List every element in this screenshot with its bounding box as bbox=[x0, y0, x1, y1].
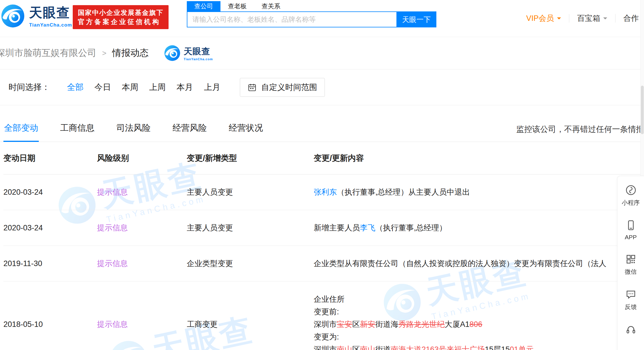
risk-level-badge: 提示信息 bbox=[97, 320, 128, 329]
search-area: 查公司查老板查关系 天眼一下 bbox=[187, 1, 436, 27]
official-credit-badge: 国家中小企业发展基金旗下 官方备案企业征信机构 bbox=[73, 5, 169, 29]
content-segment: 深圳市 bbox=[314, 320, 337, 329]
page: 天眼查 TianYanCha.com 国家中小企业发展基金旗下 官方备案企业征信… bbox=[0, 0, 644, 350]
row-change-content: 企业住所变更前:深圳市宝安区新安街道海秀路龙光世纪大厦A1806变更为:深圳市南… bbox=[314, 293, 644, 350]
content-line: 企业住所 bbox=[314, 293, 644, 305]
content-segment: 街道 bbox=[375, 345, 391, 350]
table-header: 变动日期风险级别变更/新增类型变更/更新内容 bbox=[3, 142, 644, 174]
time-option-5[interactable]: 上月 bbox=[204, 82, 220, 93]
scrollbar-thumb[interactable] bbox=[641, 86, 644, 134]
content-segment: 变更为: bbox=[314, 333, 339, 341]
table-body: 2020-03-24提示信息主要人员变更张利东（执行董事,总经理）从主要人员中退… bbox=[3, 174, 644, 350]
search-tab-1[interactable]: 查老板 bbox=[220, 1, 254, 11]
column-header-3: 变更/新增类型 bbox=[187, 153, 314, 164]
content-segment: 南山 bbox=[337, 345, 352, 350]
content-segment: 806 bbox=[469, 320, 482, 329]
search-input[interactable] bbox=[187, 11, 396, 27]
row-change-type: 主要人员变更 bbox=[187, 187, 314, 197]
time-filter-label: 时间选择： bbox=[9, 82, 50, 93]
side-tool-APP[interactable]: APP bbox=[617, 213, 644, 247]
badge-line2: 官方备案企业征信机构 bbox=[78, 17, 163, 26]
calendar-icon bbox=[248, 83, 257, 92]
row-risk-cell: 提示信息 bbox=[97, 187, 187, 197]
row-date: 2020-03-24 bbox=[3, 224, 97, 232]
tianyancha-logo-icon bbox=[164, 45, 180, 61]
time-option-4[interactable]: 本月 bbox=[177, 82, 193, 93]
badge-line1: 国家中小企业发展基金旗下 bbox=[78, 8, 163, 17]
tianyancha-logo-small: 天眼查 TianYanCha.com bbox=[164, 45, 213, 61]
content-segment: 变更前: bbox=[314, 307, 339, 316]
content-segment: 新增主要人员 bbox=[314, 224, 360, 232]
content-segment: 企业类型从有限责任公司（自然人投资或控股的法人独资）变更为有限责任公司（法人 bbox=[314, 259, 606, 268]
time-option-0[interactable]: 全部 bbox=[67, 82, 84, 93]
side-toolbar: 小程序APP微信反馈 bbox=[617, 176, 644, 350]
row-risk-cell: 提示信息 bbox=[97, 319, 187, 329]
row-change-type: 主要人员变更 bbox=[187, 223, 314, 233]
content-segment: 南山 bbox=[360, 345, 375, 350]
content-segment: 企业住所 bbox=[314, 295, 345, 303]
risk-level-badge: 提示信息 bbox=[97, 224, 128, 232]
row-change-content: 张利东（执行董事,总经理）从主要人员中退出 bbox=[314, 186, 644, 198]
brand-name: 天眼查 bbox=[29, 4, 72, 22]
search-tab-2[interactable]: 查关系 bbox=[254, 1, 288, 11]
side-tool-反馈[interactable]: 反馈 bbox=[617, 282, 644, 317]
person-link[interactable]: 张利东 bbox=[314, 188, 337, 196]
custom-time-range-button[interactable]: 自定义时间范围 bbox=[240, 78, 325, 97]
header: 天眼查 TianYanCha.com 国家中小企业发展基金旗下 官方备案企业征信… bbox=[0, 0, 644, 37]
content-segment: 道2163号来福士广场 bbox=[414, 345, 485, 350]
time-option-2[interactable]: 本周 bbox=[122, 82, 138, 93]
content-segment: 南海大 bbox=[391, 345, 414, 350]
tianyancha-logo[interactable]: 天眼查 TianYanCha.com bbox=[1, 4, 72, 28]
side-tool-label: 微信 bbox=[625, 268, 637, 276]
content-line: 新增主要人员李飞（执行董事,总经理） bbox=[314, 222, 644, 234]
time-option-3[interactable]: 上周 bbox=[149, 82, 166, 93]
tab-0[interactable]: 全部变动 bbox=[3, 117, 39, 142]
nav-item-2[interactable]: 合作 bbox=[623, 13, 639, 23]
row-change-type: 企业类型变更 bbox=[187, 258, 314, 269]
content-line: 变更为: bbox=[314, 331, 644, 343]
side-tool-item-4[interactable] bbox=[617, 317, 644, 342]
content-segment: （执行董事,总经理） bbox=[375, 224, 447, 232]
monitor-company-link[interactable]: 监控该公司，不再错过任何一条情报 bbox=[516, 124, 644, 135]
search-tab-0[interactable]: 查公司 bbox=[187, 1, 220, 11]
search-submit-button[interactable]: 天眼一下 bbox=[396, 11, 436, 27]
miniprogram-icon bbox=[625, 184, 637, 196]
brand-domain: TianYanCha.com bbox=[29, 22, 72, 28]
breadcrumb-company-link[interactable]: 深圳市脸萌互娱有限公司 bbox=[0, 47, 96, 59]
brand-name: 天眼查 bbox=[184, 46, 213, 57]
nav-divider bbox=[569, 14, 569, 23]
side-tool-小程序[interactable]: 小程序 bbox=[617, 178, 644, 213]
content-segment: 秀路龙光世纪 bbox=[398, 320, 445, 329]
time-option-1[interactable]: 今日 bbox=[94, 82, 111, 93]
column-header-1: 变动日期 bbox=[3, 153, 97, 164]
row-change-content: 新增主要人员李飞（执行董事,总经理） bbox=[314, 222, 644, 234]
breadcrumb-row: 深圳市脸萌互娱有限公司 > 情报动态 天眼查 TianYanCha.com bbox=[0, 37, 644, 69]
content-line: 张利东（执行董事,总经理）从主要人员中退出 bbox=[314, 186, 644, 198]
column-header-2: 风险级别 bbox=[97, 153, 187, 164]
breadcrumb: 深圳市脸萌互娱有限公司 > 情报动态 bbox=[0, 37, 149, 69]
section-tabs-row: 全部变动工商信息司法风险经营风险经营状况 监控该公司，不再错过任何一条情报 bbox=[0, 117, 644, 142]
search-tabs: 查公司查老板查关系 bbox=[187, 1, 436, 11]
tianyancha-logo-icon bbox=[1, 4, 25, 28]
tab-1[interactable]: 工商信息 bbox=[60, 117, 95, 142]
content-segment: 深圳市 bbox=[314, 345, 337, 350]
tab-2[interactable]: 司法风险 bbox=[116, 117, 151, 142]
chevron-down-icon bbox=[603, 17, 607, 21]
side-tool-微信[interactable]: 微信 bbox=[617, 247, 644, 282]
person-link[interactable]: 李飞 bbox=[360, 224, 375, 232]
side-tool-label: 反馈 bbox=[625, 303, 637, 311]
custom-time-range-label: 自定义时间范围 bbox=[261, 82, 317, 93]
headset-icon bbox=[625, 323, 637, 335]
content-segment: 大厦A1 bbox=[445, 320, 469, 329]
tab-3[interactable]: 经营风险 bbox=[172, 117, 207, 142]
nav-divider bbox=[615, 14, 615, 23]
content-line: 深圳市南山区南山街道南海大道2163号来福士广场15层1501单元 bbox=[314, 343, 644, 350]
tab-4[interactable]: 经营状况 bbox=[228, 117, 264, 142]
chevron-down-icon bbox=[557, 17, 561, 21]
nav-item-1[interactable]: 百宝箱 bbox=[577, 13, 607, 23]
breadcrumb-current: 情报动态 bbox=[112, 47, 149, 59]
content-line: 深圳市宝安区新安街道海秀路龙光世纪大厦A1806 bbox=[314, 318, 644, 331]
side-tool-label: APP bbox=[625, 234, 637, 241]
nav-item-0[interactable]: VIP会员 bbox=[526, 13, 561, 23]
content-line: 企业类型从有限责任公司（自然人投资或控股的法人独资）变更为有限责任公司（法人 bbox=[314, 257, 644, 270]
